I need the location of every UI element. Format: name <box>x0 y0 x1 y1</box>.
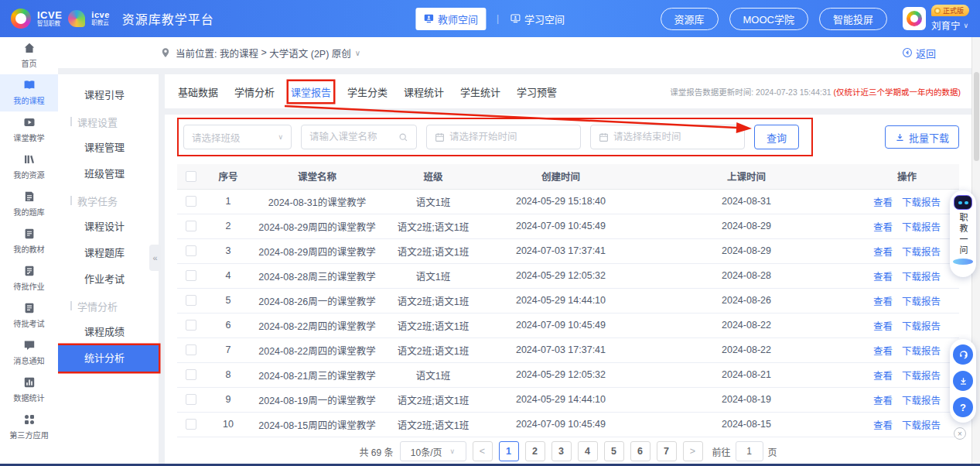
view-link[interactable]: 查看 <box>873 247 893 258</box>
view-link[interactable]: 查看 <box>873 222 893 233</box>
menu-item-5[interactable]: 课程设计 <box>58 214 159 240</box>
page-button-6[interactable]: 6 <box>630 441 650 461</box>
page-button-2[interactable]: 2 <box>525 441 545 461</box>
user-menu[interactable]: 正式版 刘育宁 ∨ <box>903 5 969 33</box>
sidebar-item-message[interactable]: 消息通知 <box>0 334 58 372</box>
close-floating-button[interactable]: × <box>954 427 966 440</box>
sidebar-item-course[interactable]: 我的课程 <box>0 74 58 111</box>
class-select[interactable]: 请选择班级 ∨ <box>183 125 292 149</box>
download-report-link[interactable]: 下载报告 <box>902 296 941 307</box>
row-checkbox[interactable] <box>186 344 196 355</box>
user-name[interactable]: 刘育宁 ∨ <box>931 18 968 33</box>
sidebar-item-home[interactable]: 首页 <box>0 37 58 74</box>
cell-created-at: 2024-07-09 10:45:49 <box>483 214 638 238</box>
headset-icon <box>958 349 969 361</box>
view-link[interactable]: 查看 <box>873 296 893 307</box>
row-checkbox[interactable] <box>186 295 196 306</box>
breadcrumb-path[interactable]: 我的课程 <box>220 46 258 60</box>
tab-0[interactable]: 基础数据 <box>176 81 220 102</box>
download-report-link[interactable]: 下载报告 <box>902 222 941 233</box>
view-link[interactable]: 查看 <box>873 321 893 332</box>
view-link[interactable]: 查看 <box>873 346 893 357</box>
view-link[interactable]: 查看 <box>873 197 893 208</box>
menu-item-7[interactable]: 作业考试 <box>58 266 159 293</box>
download-report-link[interactable]: 下载报告 <box>902 346 941 357</box>
mooc-college-button[interactable]: MOOC学院 <box>729 8 808 30</box>
menu-item-10[interactable]: 统计分析 <box>58 345 159 372</box>
download-report-link[interactable]: 下载报告 <box>902 371 941 382</box>
goto-page-input[interactable] <box>736 441 763 461</box>
download-report-link[interactable]: 下载报告 <box>902 247 941 258</box>
row-checkbox[interactable] <box>186 245 196 256</box>
support-button[interactable] <box>953 344 973 365</box>
class-name-input[interactable] <box>309 132 394 142</box>
view-link[interactable]: 查看 <box>873 371 893 382</box>
page-button-1[interactable]: 1 <box>499 441 519 461</box>
page-size-select[interactable]: 10条/页∨ <box>400 441 466 461</box>
teacher-space-button[interactable]: 教师空间 <box>415 8 486 30</box>
calendar-icon <box>435 132 445 142</box>
row-checkbox[interactable] <box>186 320 196 331</box>
tab-6[interactable]: 学习预警 <box>514 81 559 102</box>
row-checkbox[interactable] <box>186 369 196 380</box>
view-link[interactable]: 查看 <box>873 396 893 406</box>
sidebar-collapse-handle[interactable]: « <box>149 245 161 271</box>
sidebar-item-exam[interactable]: 待批考试 <box>0 297 58 334</box>
view-link[interactable]: 查看 <box>873 420 893 431</box>
sidebar-item-teach[interactable]: 课堂教学 <box>0 111 58 149</box>
menu-item-6[interactable]: 课程题库 <box>58 240 159 266</box>
end-date-input[interactable] <box>613 132 736 142</box>
start-date-input[interactable] <box>449 132 572 142</box>
smart-cast-button[interactable]: 智能投屏 <box>819 8 887 30</box>
batch-download-button[interactable]: 批量下载 <box>885 125 959 149</box>
resource-library-button[interactable]: 资源库 <box>661 8 719 30</box>
back-button[interactable]: 返回 <box>902 46 936 60</box>
menu-item-3[interactable]: 班级管理 <box>58 161 159 187</box>
sidebar-item-stats[interactable]: 数据统计 <box>0 372 58 409</box>
help-button[interactable]: ? <box>953 397 973 417</box>
download-report-link[interactable]: 下载报告 <box>902 272 941 283</box>
row-checkbox[interactable] <box>186 221 196 231</box>
menu-item-9[interactable]: 课程成绩 <box>58 319 159 345</box>
breadcrumb-caret-icon[interactable]: ∨ <box>355 49 360 57</box>
cell-actions: 查看下载报告 <box>855 387 959 412</box>
learning-space-button[interactable]: 学习空间 <box>510 12 565 26</box>
select-all-checkbox[interactable] <box>186 171 196 182</box>
prev-page-button[interactable]: < <box>473 441 493 461</box>
tab-1[interactable]: 学情分析 <box>232 81 277 102</box>
breadcrumb-current[interactable]: 大学语文 (2P) 原创 <box>269 46 351 60</box>
menu-item-2[interactable]: 课程管理 <box>58 135 159 161</box>
query-button[interactable]: 查询 <box>754 125 799 149</box>
download-report-link[interactable]: 下载报告 <box>902 420 941 431</box>
sidebar-item-textbook[interactable]: 我的教材 <box>0 223 58 260</box>
download-report-link[interactable]: 下载报告 <box>902 197 941 208</box>
cell-actions: 查看下载报告 <box>855 338 959 362</box>
header-checkbox-cell <box>177 164 205 189</box>
row-checkbox[interactable] <box>186 394 196 405</box>
page-button-7[interactable]: 7 <box>657 441 677 461</box>
sidebar-item-homework[interactable]: 待批作业 <box>0 260 58 297</box>
row-checkbox[interactable] <box>186 270 196 281</box>
download-report-link[interactable]: 下载报告 <box>902 396 941 406</box>
tab-4[interactable]: 课程统计 <box>401 81 446 102</box>
sidebar-item-resource[interactable]: 我的资源 <box>0 149 58 186</box>
scrollbar-thumb[interactable] <box>974 72 979 161</box>
next-page-button[interactable]: > <box>683 441 703 461</box>
view-link[interactable]: 查看 <box>873 272 893 283</box>
menu-item-0[interactable]: 课程引导 <box>58 82 159 108</box>
assistant-widget[interactable]: 职教一问 <box>950 190 976 277</box>
cell-actions: 查看下载报告 <box>855 189 959 214</box>
row-checkbox[interactable] <box>186 196 196 207</box>
page-button-3[interactable]: 3 <box>551 441 572 461</box>
page-button-5[interactable]: 5 <box>604 441 624 461</box>
download-report-link[interactable]: 下载报告 <box>902 321 941 332</box>
download-center-button[interactable] <box>953 371 973 391</box>
tab-2[interactable]: 课堂报告 <box>289 81 333 102</box>
sidebar-item-apps[interactable]: 第三方应用 <box>0 409 58 446</box>
sidebar-item-bank[interactable]: 我的题库 <box>0 186 58 223</box>
page-button-4[interactable]: 4 <box>578 441 598 461</box>
tab-3[interactable]: 学生分类 <box>345 81 390 102</box>
row-checkbox[interactable] <box>186 419 196 430</box>
tab-5[interactable]: 学生统计 <box>458 81 503 102</box>
header-actions: 资源库 MOOC学院 智能投屏 正式版 刘育宁 ∨ <box>661 5 970 33</box>
